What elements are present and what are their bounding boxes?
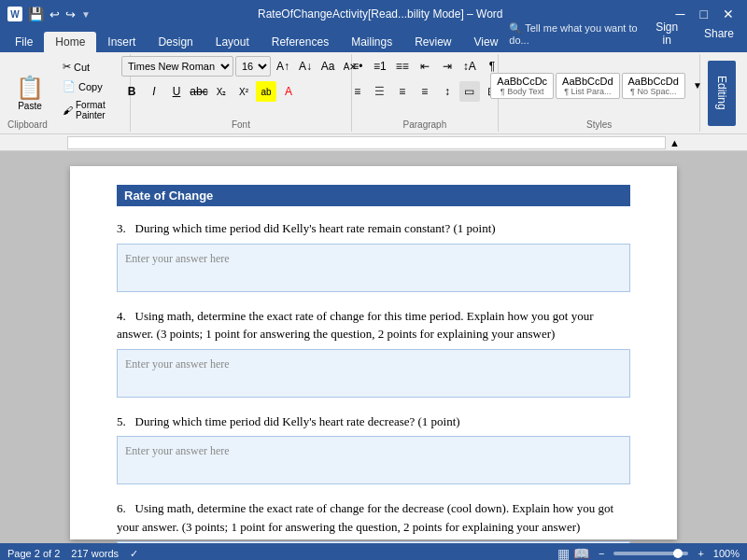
question-6: 6. Using math, determine the exact rate … <box>117 499 630 543</box>
multilevel-list-button[interactable]: ≡≡ <box>392 56 413 77</box>
answer-box-6[interactable]: Enter your answer here <box>117 541 630 543</box>
align-left-button[interactable]: ≡ <box>347 81 368 102</box>
question-5-body: During which time period did Kelly's hea… <box>135 414 460 428</box>
clipboard-label: Clipboard <box>7 119 48 130</box>
tab-insert[interactable]: Insert <box>96 32 147 52</box>
font-group-label: Font <box>232 119 250 130</box>
change-case-button[interactable]: Aa <box>317 56 338 77</box>
question-3-text: 3. During which time period did Kelly's … <box>117 219 630 238</box>
no-space-preview: AaBbCcDd <box>628 76 679 87</box>
format-painter-button[interactable]: 🖌 Format Painter <box>58 97 124 123</box>
bold-button[interactable]: B <box>121 81 142 102</box>
question-5-number: 5. <box>117 414 126 428</box>
tab-references[interactable]: References <box>261 32 340 52</box>
style-item-body-text[interactable]: AaBbCcDc ¶ Body Text <box>490 73 554 99</box>
question-4-number: 4. <box>117 309 126 323</box>
tab-layout[interactable]: Layout <box>204 32 261 52</box>
increase-font-button[interactable]: A↑ <box>273 56 293 77</box>
align-right-button[interactable]: ≡ <box>392 81 413 102</box>
align-center-button[interactable]: ☰ <box>370 81 390 102</box>
tab-file[interactable]: File <box>4 32 44 52</box>
section-title: Rate of Change <box>117 185 630 206</box>
text-highlight-button[interactable]: ab <box>256 81 276 102</box>
copy-button[interactable]: 📄 Copy <box>58 77 124 95</box>
strikethrough-button[interactable]: abc <box>189 81 209 102</box>
sort-button[interactable]: ↕A <box>459 56 480 77</box>
font-family-select[interactable]: Times New Roman <box>121 56 233 77</box>
customize-qat[interactable]: ▼ <box>81 9 91 20</box>
read-mode-button[interactable]: 📖 <box>573 546 589 560</box>
paste-icon: 📋 <box>16 75 44 101</box>
font-group: Times New Roman 16 A↑ A↓ Aa A✕ B I U abc… <box>131 54 351 132</box>
share-button[interactable]: Share <box>695 23 743 44</box>
italic-button[interactable]: I <box>144 81 164 102</box>
decrease-font-button[interactable]: A↓ <box>295 56 316 77</box>
tell-me-input[interactable]: 🔍 Tell me what you want to do... <box>509 22 639 46</box>
question-4: 4. Using math, determine the exact rate … <box>117 307 630 398</box>
answer-box-3[interactable]: Enter your answer here <box>117 244 630 292</box>
tab-review[interactable]: Review <box>403 32 462 52</box>
line-spacing-button[interactable]: ↕ <box>437 81 458 102</box>
zoom-thumb[interactable] <box>673 549 683 558</box>
zoom-slider[interactable] <box>613 552 688 555</box>
collapse-ribbon-button[interactable]: ▲ <box>666 137 680 148</box>
increase-indent-button[interactable]: ⇥ <box>437 56 458 77</box>
question-6-number: 6. <box>117 501 126 515</box>
question-3: 3. During which time period did Kelly's … <box>117 219 630 292</box>
numbering-button[interactable]: ≡1 <box>370 56 390 77</box>
clipboard-group: 📋 Paste ✂ Cut 📄 Copy 🖌 Format Painter Cl… <box>4 54 131 132</box>
align-row: ≡ ☰ ≡ ≡ ↕ ▭ ⊞ <box>347 81 502 102</box>
tab-design[interactable]: Design <box>147 32 204 52</box>
ribbon-toolbar: 📋 Paste ✂ Cut 📄 Copy 🖌 Format Painter Cl… <box>0 52 747 134</box>
question-5-text: 5. During which time period did Kelly's … <box>117 413 630 431</box>
word-count: 217 words <box>71 548 119 559</box>
list-row: ≡• ≡1 ≡≡ ⇤ ⇥ ↕A ¶ <box>347 56 502 77</box>
no-space-label: ¶ No Spac... <box>628 87 679 96</box>
horizontal-ruler <box>67 136 666 149</box>
question-3-number: 3. <box>117 221 126 235</box>
styles-more-button[interactable]: ▼ <box>687 76 708 96</box>
answer-box-5[interactable]: Enter your answer here <box>117 436 630 484</box>
font-size-select[interactable]: 16 <box>235 56 271 77</box>
zoom-in-button[interactable]: + <box>698 548 703 559</box>
style-item-no-space[interactable]: AaBbCcDd ¶ No Spac... <box>622 73 685 99</box>
question-5: 5. During which time period did Kelly's … <box>117 413 630 485</box>
zoom-out-button[interactable]: − <box>599 548 604 559</box>
cut-button[interactable]: ✂ Cut <box>58 58 124 76</box>
save-icon[interactable]: 💾 <box>28 7 44 21</box>
cut-copy-format-group: ✂ Cut 📄 Copy 🖌 Format Painter <box>56 56 126 130</box>
print-layout-button[interactable]: ▦ <box>557 546 570 560</box>
status-bar: Page 2 of 2 217 words ✓ ▦ 📖 − + 100% <box>0 543 747 560</box>
document-area[interactable]: Rate of Change 3. During which time peri… <box>0 151 747 543</box>
justify-button[interactable]: ≡ <box>415 81 435 102</box>
answer-box-4[interactable]: Enter your answer here <box>117 349 630 398</box>
bullets-button[interactable]: ≡• <box>347 56 368 77</box>
question-6-text: 6. Using math, determine the exact rate … <box>117 499 630 536</box>
underline-button[interactable]: U <box>166 81 187 102</box>
style-item-list-para[interactable]: AaBbCcDd ¶ List Para... <box>556 73 619 99</box>
proofing-icon[interactable]: ✓ <box>130 548 138 560</box>
sign-in-button[interactable]: Sign in <box>642 17 691 50</box>
ribbon-tabs: File Home Insert Design Layout Reference… <box>0 28 747 52</box>
tab-mailings[interactable]: Mailings <box>340 32 403 52</box>
body-text-label: ¶ Body Text <box>497 87 547 96</box>
paste-label: Paste <box>18 101 42 111</box>
redo-icon[interactable]: ↪ <box>65 7 76 21</box>
shading-button[interactable]: ▭ <box>459 81 480 102</box>
tab-home[interactable]: Home <box>44 32 96 52</box>
paragraph-group-label: Paragraph <box>403 119 447 130</box>
question-4-body: Using math, determine the exact rate of … <box>117 309 593 342</box>
tab-view[interactable]: View <box>463 32 510 52</box>
page-info: Page 2 of 2 <box>7 548 60 559</box>
list-para-preview: AaBbCcDd <box>562 76 613 87</box>
paragraph-group: ≡• ≡1 ≡≡ ⇤ ⇥ ↕A ¶ ≡ ☰ ≡ ≡ ↕ ▭ ⊞ Paragrap… <box>352 54 500 132</box>
font-name-row: Times New Roman 16 A↑ A↓ Aa A✕ <box>121 56 360 77</box>
undo-icon[interactable]: ↩ <box>49 7 60 21</box>
zoom-level: 100% <box>713 548 740 559</box>
decrease-indent-button[interactable]: ⇤ <box>415 56 435 77</box>
font-color-button[interactable]: A <box>278 81 299 102</box>
body-text-preview: AaBbCcDc <box>497 76 547 87</box>
styles-group: AaBbCcDc ¶ Body Text AaBbCcDd ¶ List Par… <box>499 54 700 132</box>
subscript-button[interactable]: X₂ <box>211 81 232 102</box>
superscript-button[interactable]: X² <box>233 81 254 102</box>
